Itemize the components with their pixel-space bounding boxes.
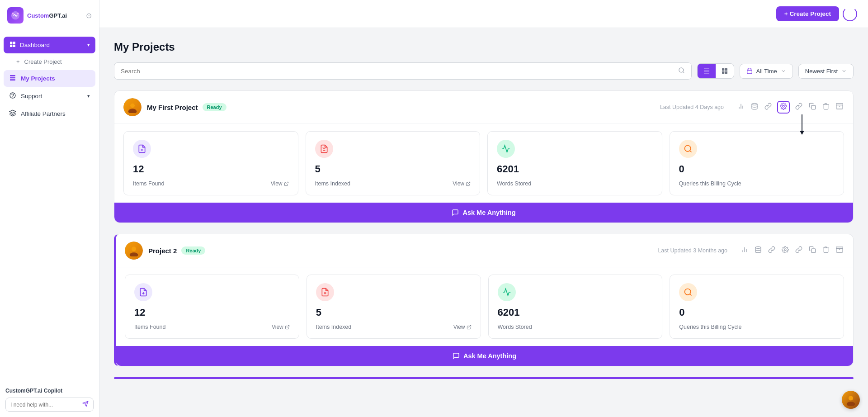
- main-area: + Create Project My Projects: [99, 0, 868, 417]
- sidebar-item-create-project[interactable]: + Create Project: [4, 54, 95, 69]
- search-input[interactable]: [121, 68, 675, 75]
- stat-label-row-found-2: Items Found View: [134, 324, 290, 330]
- copilot-input-wrap[interactable]: [5, 398, 94, 412]
- stat-label-row-words-1: Words Stored: [497, 180, 653, 187]
- datasources-icon[interactable]: [750, 102, 759, 113]
- create-project-label: Create Project: [24, 58, 62, 65]
- sidebar: CustomGPT.ai ⊙ Dashboard ▾ + Create Proj…: [0, 0, 99, 417]
- project-1-avatar: [123, 98, 142, 116]
- svg-rect-19: [722, 68, 724, 71]
- delete-icon-2[interactable]: [821, 245, 830, 256]
- svg-rect-5: [10, 45, 12, 47]
- copilot-input[interactable]: [10, 402, 79, 408]
- support-chevron-icon: ▾: [87, 93, 90, 99]
- svg-rect-16: [704, 69, 709, 69]
- link-icon-2[interactable]: [767, 245, 776, 256]
- queries-icon-wrap: [679, 140, 697, 158]
- stat-words-stored-1: 6201 Words Stored: [487, 131, 662, 195]
- project-card-1: My First Project Ready Last Updated 4 Da…: [114, 90, 854, 223]
- settings-icon[interactable]: [777, 101, 790, 114]
- items-found-number-1: 12: [133, 163, 289, 175]
- svg-point-48: [130, 252, 138, 256]
- project-2-status: Ready: [181, 246, 205, 255]
- search-bar-row: All Time Newest First: [114, 62, 854, 80]
- datasources-icon-2[interactable]: [754, 245, 763, 256]
- items-found-icon-wrap-2: [134, 283, 152, 301]
- sort-filter[interactable]: Newest First: [798, 64, 854, 79]
- sidebar-item-support[interactable]: Support ▾: [4, 88, 95, 104]
- svg-line-64: [690, 294, 692, 296]
- delete-icon[interactable]: [821, 102, 830, 113]
- copy-icon[interactable]: [808, 102, 817, 113]
- link-icon[interactable]: [764, 102, 773, 113]
- svg-rect-55: [836, 247, 843, 248]
- stat-label-row-indexed-2: Items Indexed View: [316, 324, 472, 330]
- archive-icon-2[interactable]: [835, 245, 844, 256]
- support-label: Support: [21, 93, 42, 100]
- search-icon: [678, 67, 685, 75]
- copilot-send-icon[interactable]: [82, 401, 89, 408]
- sidebar-item-my-projects[interactable]: My Projects: [4, 70, 95, 87]
- time-filter-label: All Time: [756, 68, 777, 75]
- project-card-2: Project 2 Ready Last Updated 3 Months ag…: [114, 234, 854, 366]
- svg-rect-18: [704, 73, 709, 73]
- analytics-icon[interactable]: [736, 102, 745, 113]
- svg-line-59: [287, 325, 289, 327]
- svg-line-41: [286, 182, 288, 184]
- sidebar-item-affiliate[interactable]: Affiliate Partners: [4, 105, 95, 122]
- ask-btn-label-1: Ask Me Anything: [462, 209, 515, 216]
- words-stored-label-2: Words Stored: [498, 324, 532, 330]
- my-projects-label: My Projects: [21, 75, 55, 82]
- words-stored-icon-wrap-2: [498, 283, 516, 301]
- project-1-name: My First Project: [147, 104, 198, 111]
- queries-label-2: Queries this Billing Cycle: [679, 324, 741, 330]
- svg-point-53: [784, 249, 786, 251]
- svg-line-62: [468, 325, 471, 327]
- queries-label-1: Queries this Billing Cycle: [679, 180, 741, 187]
- project-1-last-updated: Last Updated 4 Days ago: [660, 104, 724, 110]
- project-2-name: Project 2: [148, 247, 177, 255]
- share-icon-2[interactable]: [794, 245, 803, 256]
- words-stored-number-2: 6201: [498, 307, 653, 318]
- project-2-last-updated: Last Updated 3 Months ago: [658, 247, 727, 254]
- support-icon: [9, 92, 16, 100]
- stat-label-row-words-2: Words Stored: [498, 324, 653, 330]
- avatar-img-1: [123, 98, 142, 116]
- items-found-number-2: 12: [134, 307, 290, 318]
- items-indexed-view-1[interactable]: View: [453, 180, 471, 187]
- affiliate-icon: [9, 109, 16, 118]
- svg-rect-17: [704, 71, 709, 71]
- ask-me-anything-button-2[interactable]: Ask Me Anything: [116, 346, 853, 366]
- project-1-stats: 12 Items Found View 5 Items Indexed View: [114, 124, 853, 203]
- create-project-button[interactable]: + Create Project: [776, 6, 839, 21]
- settings-icon-2[interactable]: [781, 245, 790, 256]
- svg-point-45: [684, 146, 690, 152]
- svg-rect-23: [747, 69, 752, 74]
- stat-words-stored-2: 6201 Words Stored: [488, 275, 663, 339]
- ask-me-anything-button-1[interactable]: Ask Me Anything: [114, 203, 853, 223]
- my-projects-icon: [9, 74, 16, 83]
- stat-items-indexed-1: 5 Items Indexed View: [306, 131, 481, 195]
- items-indexed-view-2[interactable]: View: [453, 324, 472, 330]
- notification-bell-icon[interactable]: ⊙: [86, 11, 92, 20]
- arrow-head: [800, 131, 804, 135]
- items-found-view-1[interactable]: View: [271, 180, 289, 187]
- sidebar-item-dashboard[interactable]: Dashboard ▾: [4, 37, 95, 53]
- analytics-icon-2[interactable]: [740, 245, 749, 256]
- grid-view-button[interactable]: [716, 64, 734, 78]
- search-wrap[interactable]: [114, 62, 692, 80]
- copilot-label: CustomGPT.ai Copilot: [5, 388, 94, 394]
- page-title: My Projects: [114, 41, 854, 53]
- list-view-button[interactable]: [698, 64, 716, 78]
- project-1-actions: [736, 101, 844, 114]
- stat-items-found-1: 12 Items Found View: [123, 131, 298, 195]
- items-found-view-2[interactable]: View: [272, 324, 290, 330]
- items-indexed-icon-wrap-2: [316, 283, 334, 301]
- time-filter[interactable]: All Time: [740, 64, 793, 79]
- svg-rect-6: [13, 45, 15, 47]
- user-avatar-bottom[interactable]: [842, 391, 860, 409]
- archive-icon[interactable]: [835, 102, 844, 113]
- stat-queries-1: 0 Queries this Billing Cycle: [670, 131, 844, 195]
- copy-icon-2[interactable]: [808, 245, 817, 256]
- share-icon[interactable]: [794, 102, 803, 113]
